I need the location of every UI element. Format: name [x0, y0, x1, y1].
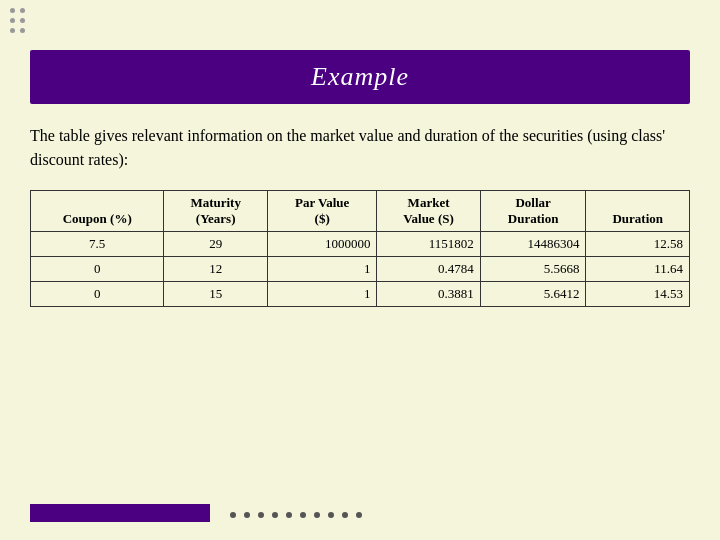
cell-dollar-duration-3: 5.6412	[480, 282, 586, 307]
cell-coupon-2: 0	[31, 257, 164, 282]
cell-duration-2: 11.64	[586, 257, 690, 282]
cell-duration-3: 14.53	[586, 282, 690, 307]
col-header-dollar-duration: DollarDuration	[480, 191, 586, 232]
dot	[20, 28, 25, 33]
table-header-row: Coupon (%) Maturity(Years) Par Value($) …	[31, 191, 690, 232]
cell-market-value-2: 0.4784	[377, 257, 480, 282]
table-row: 0 15 1 0.3881 5.6412 14.53	[31, 282, 690, 307]
cell-maturity-1: 29	[164, 232, 267, 257]
col-header-par-value: Par Value($)	[267, 191, 377, 232]
dot	[10, 8, 15, 13]
dot	[258, 512, 264, 518]
cell-par-value-1: 1000000	[267, 232, 377, 257]
col-header-coupon: Coupon (%)	[31, 191, 164, 232]
title-bar: Example	[30, 50, 690, 104]
slide-title: Example	[50, 62, 670, 92]
col-header-duration: Duration	[586, 191, 690, 232]
dot	[314, 512, 320, 518]
cell-market-value-1: 1151802	[377, 232, 480, 257]
bottom-decorative-bar	[30, 504, 210, 522]
data-table: Coupon (%) Maturity(Years) Par Value($) …	[30, 190, 690, 307]
dot	[342, 512, 348, 518]
cell-maturity-3: 15	[164, 282, 267, 307]
dot	[10, 28, 15, 33]
body-text: The table gives relevant information on …	[30, 124, 690, 172]
dot	[328, 512, 334, 518]
table-row: 7.5 29 1000000 1151802 14486304 12.58	[31, 232, 690, 257]
decorative-dots-bottom	[230, 512, 362, 518]
cell-market-value-3: 0.3881	[377, 282, 480, 307]
dot	[272, 512, 278, 518]
cell-coupon-1: 7.5	[31, 232, 164, 257]
cell-par-value-2: 1	[267, 257, 377, 282]
cell-par-value-3: 1	[267, 282, 377, 307]
dot	[356, 512, 362, 518]
dot	[300, 512, 306, 518]
slide-container: Example The table gives relevant informa…	[0, 0, 720, 540]
col-header-market-value: MarketValue (S)	[377, 191, 480, 232]
cell-dollar-duration-1: 14486304	[480, 232, 586, 257]
dot	[244, 512, 250, 518]
dot	[10, 18, 15, 23]
cell-coupon-3: 0	[31, 282, 164, 307]
cell-maturity-2: 12	[164, 257, 267, 282]
cell-dollar-duration-2: 5.5668	[480, 257, 586, 282]
dot	[286, 512, 292, 518]
dot	[20, 8, 25, 13]
decorative-dots-top-left	[10, 8, 25, 33]
cell-duration-1: 12.58	[586, 232, 690, 257]
col-header-maturity: Maturity(Years)	[164, 191, 267, 232]
dot	[230, 512, 236, 518]
dot	[20, 18, 25, 23]
table-row: 0 12 1 0.4784 5.5668 11.64	[31, 257, 690, 282]
